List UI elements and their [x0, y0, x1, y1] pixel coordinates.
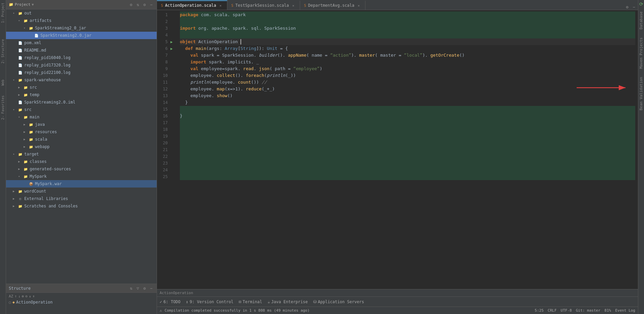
tree-item-myspark[interactable]: ▾ 📁 MySpark — [6, 173, 157, 180]
tree-item-scratches[interactable]: ▶ 📁 Scratches and Consoles — [6, 202, 157, 210]
database-panel-label[interactable]: Database — [638, 9, 644, 32]
event-log-label[interactable]: Event Log — [615, 308, 635, 313]
project-sidebar-label[interactable]: 1: Project — [0, 1, 5, 24]
structure-settings-icon[interactable]: ⚙ — [142, 286, 147, 291]
editor-settings-icon[interactable]: ⚙ — [624, 4, 630, 10]
tree-item-pom[interactable]: 📄 pom.xml — [6, 39, 157, 47]
tree-item-sparkstreaming-jar-file[interactable]: 📄 SparkStreaming2.0.jar — [6, 32, 157, 39]
tree-item-src[interactable]: ▾ 📁 src — [6, 106, 157, 113]
code-empty-22 — [180, 153, 183, 160]
tree-item-external-libs[interactable]: ▶ ⊞ External Libraries — [6, 195, 157, 202]
code-line-20 — [180, 140, 635, 146]
ln-6: 6 — [157, 45, 168, 52]
tree-item-temp[interactable]: ▶ 📁 temp — [6, 91, 157, 98]
structure-sidebar-label[interactable]: 2: Structure — [0, 38, 5, 65]
tree-item-log2[interactable]: 📄 replay_pid17320.log — [6, 61, 157, 69]
tree-item-iml[interactable]: 📄 SparkStreaming2.0.iml — [6, 98, 157, 106]
structure-item[interactable]: ○ ◈ ActionOperation — [9, 300, 154, 305]
tree-item-generated-sources[interactable]: ▶ 📁 generated-sources — [6, 165, 157, 173]
bean-validation-panel-label[interactable]: Bean Validation — [638, 74, 644, 113]
panel-settings-icon[interactable]: ⚙ — [128, 2, 134, 7]
tab-scala-icon-1: S — [161, 4, 163, 7]
struct-down-icon[interactable]: ↓ — [18, 294, 21, 298]
code-indent-6 — [180, 45, 185, 52]
folder-src-icon: 📁 — [18, 107, 23, 112]
tree-item-myspark-war[interactable]: 📦 MySpark.war — [6, 180, 157, 188]
kw-def: def — [185, 45, 193, 52]
tree-item-main[interactable]: ▾ 📁 main — [6, 113, 157, 121]
kw-object: object — [180, 38, 196, 45]
tree-item-scala[interactable]: ▶ 📁 scala — [6, 136, 157, 143]
panel-sort-icon[interactable]: ⇅ — [135, 2, 140, 7]
tree-item-resources[interactable]: ▶ 📁 resources — [6, 128, 157, 136]
panel-close-icon[interactable]: − — [149, 2, 154, 7]
tree-item-log3[interactable]: 📄 replay_pid22100.log — [6, 69, 157, 76]
structure-filter-icon[interactable]: ▽ — [135, 286, 140, 291]
todo-tab[interactable]: ✓ 6: TODO — [160, 299, 181, 304]
tree-item-wordcount[interactable]: ▶ 📁 wordCount — [6, 188, 157, 195]
tab-test-spark[interactable]: S TestSparkSession.scala ✕ — [227, 0, 300, 10]
arrow-src-sw: ▶ — [18, 86, 23, 89]
tree-item-spark-warehouse[interactable]: ▾ 📁 spark-warehouse — [6, 76, 157, 84]
code-area[interactable]: package com. scala. spark import org. ap… — [177, 10, 638, 289]
arrow-main: ▾ — [18, 115, 23, 119]
web-sidebar-label[interactable]: Web — [0, 78, 5, 87]
tree-item-log1[interactable]: 📄 replay_pid16040.log — [6, 54, 157, 61]
fn-foreach: foreach — [246, 72, 264, 79]
struct-export-icon[interactable]: ↡ — [29, 294, 31, 298]
left-sidebar: 1: Project 2: Structure Web 2- Favorites — [0, 0, 6, 314]
right-sync-icon[interactable]: ⟳ — [639, 1, 643, 7]
app-servers-tab[interactable]: ⛁ Application Servers — [313, 299, 364, 304]
tab-close-3[interactable]: ✕ — [356, 3, 361, 8]
terminal-tab[interactable]: ⊡ Terminal — [239, 299, 262, 304]
tree-item-java[interactable]: ▶ 📁 java — [6, 121, 157, 128]
tree-item-readme[interactable]: 📄 README.md — [6, 47, 157, 54]
maven-panel-label[interactable]: Maven Projects — [638, 35, 644, 72]
tree-label-target: target — [24, 152, 39, 156]
tab-dept-avg[interactable]: S DepartmentAvg.scala ✕ — [300, 0, 365, 10]
run-indicator-5[interactable]: ▶ — [170, 38, 177, 45]
type-string: String — [240, 45, 256, 52]
type-array: Array — [225, 45, 238, 52]
tree-item-target[interactable]: ▾ 📁 target — [6, 150, 157, 158]
tree-label-resources: resources — [35, 130, 57, 134]
tree-item-src-sw[interactable]: ▶ 📁 src — [6, 84, 157, 91]
version-control-tab[interactable]: ↕ 9: Version Control — [186, 299, 233, 304]
code-empty-21 — [180, 146, 183, 153]
panel-dropdown-arrow[interactable]: ▼ — [32, 3, 34, 6]
editor-pin-icon[interactable]: − — [631, 4, 637, 10]
struct-up-icon[interactable]: ↑ — [14, 294, 17, 298]
tree-item-classes[interactable]: ▶ 📁 classes — [6, 158, 157, 165]
tab-scala-icon-2: S — [231, 4, 233, 7]
structure-sort-icon[interactable]: ⇅ — [128, 286, 134, 291]
tree-item-sparkstreaming-jar-folder[interactable]: ▾ 📁 SparkStreaming2_0_jar — [6, 24, 157, 32]
struct-expand-icon[interactable]: ⊕ — [22, 294, 24, 298]
java-enterprise-tab[interactable]: ☕ Java Enterprise — [267, 299, 308, 304]
structure-close-icon[interactable]: − — [149, 286, 154, 291]
tree-label-ext-libs: External Libraries — [24, 196, 68, 201]
tab-close-1[interactable]: ✕ — [218, 3, 223, 8]
tree-label-artifacts: artifacts — [30, 18, 52, 23]
tree-label-main: main — [30, 115, 39, 119]
code-plain-9: employee=spark. — [198, 65, 243, 72]
tree-item-artifacts[interactable]: ▾ 📁 artifacts — [6, 17, 157, 24]
tree-item-out[interactable]: ▾ 📁 out — [6, 9, 157, 17]
tab-close-2[interactable]: ✕ — [291, 3, 296, 8]
run-indicator-6[interactable]: ▶ — [170, 45, 177, 52]
lib-icon: ⊞ — [18, 196, 23, 201]
favorites-sidebar-label[interactable]: 2- Favorites — [0, 94, 5, 121]
struct-collapse-icon[interactable]: ⊖ — [25, 294, 28, 298]
code-line-4 — [180, 32, 635, 38]
tree-item-webapp[interactable]: ▶ 📁 webapp — [6, 143, 157, 150]
struct-az-icon[interactable]: AZ — [9, 294, 13, 298]
code-indent-14 — [180, 99, 185, 106]
folder-scala-icon: 📁 — [28, 137, 34, 142]
arrow-scala: ▶ — [24, 138, 28, 141]
struct-import-icon[interactable]: ↟ — [32, 294, 35, 298]
fn-reduce: reduce — [246, 86, 262, 92]
code-indent-10 — [180, 72, 190, 79]
tree-label-src: src — [24, 107, 32, 112]
code-indent-12 — [180, 86, 190, 92]
panel-gear-icon[interactable]: ⚙ — [142, 2, 147, 7]
tab-action-operation[interactable]: S ActionOperation.scala ✕ — [157, 0, 227, 10]
